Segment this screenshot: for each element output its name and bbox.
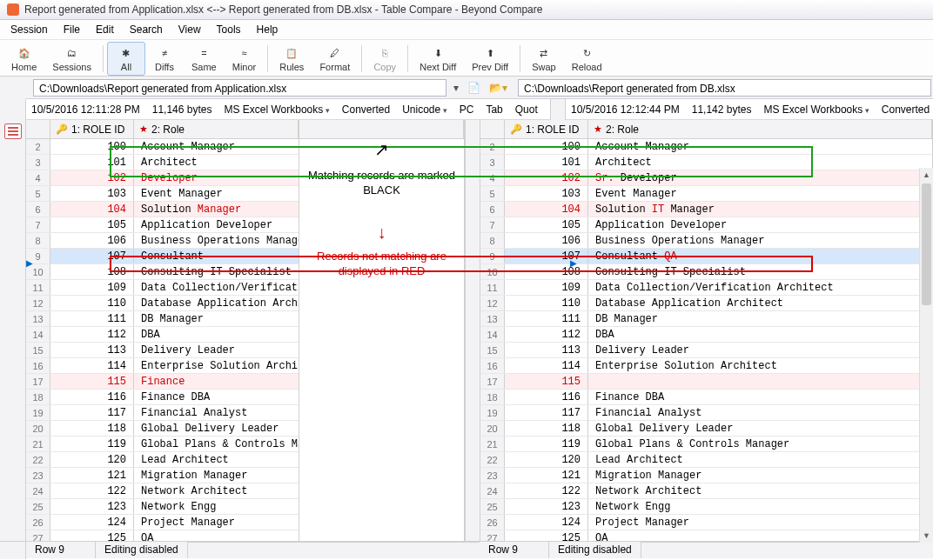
dropdown-icon[interactable]: ▾ (453, 82, 459, 94)
sessions-button[interactable]: 🗂Sessions (44, 42, 99, 76)
table-row[interactable]: 20118Global Delivery Leader (26, 421, 299, 437)
table-row[interactable]: 9107Consultant QA (480, 249, 932, 264)
table-row[interactable]: 3101Architect (480, 155, 932, 170)
menu-session[interactable]: Session (3, 22, 55, 37)
table-row[interactable]: 14112DBA (26, 327, 299, 343)
table-row[interactable]: 11109Data Collection/Verification Archit… (480, 280, 932, 296)
table-row[interactable]: 23121Migration Manager (480, 468, 932, 483)
meta-item[interactable]: Unicode (402, 103, 447, 116)
table-row[interactable]: 5103Event Manager (26, 186, 299, 202)
table-row[interactable]: 12110Database Application Architect (480, 296, 932, 311)
scroll-up-icon[interactable]: ▲ (920, 168, 933, 182)
cell-role: Consulting IT Specialist (588, 264, 932, 279)
table-row[interactable]: 7105Application Developer (26, 217, 299, 233)
reload-button[interactable]: ↻Reload (564, 42, 610, 76)
cell-role: Delivery Leader (134, 343, 299, 357)
home-button[interactable]: 🏠Home (3, 42, 44, 76)
table-row[interactable]: 6104Solution IT Manager (480, 202, 932, 217)
menu-search[interactable]: Search (123, 22, 170, 37)
table-row[interactable]: 24122Network Architect (26, 483, 299, 499)
table-row[interactable]: 10108Consulting IT Specialist (480, 264, 932, 280)
table-row[interactable]: 7105Application Developer (480, 217, 932, 233)
swap-button[interactable]: ⇄Swap (524, 42, 564, 76)
table-row[interactable]: 8106Business Operations Manager (480, 233, 932, 249)
table-row[interactable]: 13111DB Manager (26, 311, 299, 327)
table-row[interactable]: 14112DBA (480, 327, 932, 343)
right-col2-header[interactable]: ★2: Role (588, 120, 932, 138)
left-rows[interactable]: 2100Account Manager3101Architect4102Deve… (26, 139, 299, 541)
table-row[interactable]: 10108Consulting IT Specialist (26, 264, 299, 280)
table-row[interactable]: 2100Account Manager (480, 139, 932, 155)
table-row[interactable]: 17115Finance (26, 374, 299, 390)
table-row[interactable]: 6104Solution Manager (26, 202, 299, 217)
table-row[interactable]: 22120Lead Architect (26, 452, 299, 468)
menu-edit[interactable]: Edit (89, 22, 121, 37)
table-row[interactable]: 2100Account Manager (26, 139, 299, 155)
table-row[interactable]: 19117Financial Analyst (480, 405, 932, 421)
table-row[interactable]: 16114Enterprise Solution Architect (480, 358, 932, 374)
right-col1-header[interactable]: 🔑1: ROLE ID (505, 120, 588, 138)
table-row[interactable]: 19117Financial Analyst (26, 405, 299, 421)
table-row[interactable]: 12110Database Application Architect (26, 296, 299, 311)
table-row[interactable]: 8106Business Operations Manager (26, 233, 299, 249)
rules-button[interactable]: 📋Rules (272, 42, 312, 76)
format-button[interactable]: 🖊Format (312, 42, 358, 76)
table-row[interactable]: 18116Finance DBA (26, 390, 299, 405)
table-row[interactable]: 21119Global Plans & Controls Manager (480, 437, 932, 452)
table-row[interactable]: 26124Project Manager (26, 515, 299, 530)
filter-diffs-button[interactable]: ≠Diffs (145, 42, 184, 76)
session-icon[interactable] (4, 123, 22, 139)
table-row[interactable]: 20118Global Delivery Leader (480, 421, 932, 437)
table-row[interactable]: 3101Architect (26, 155, 299, 170)
scroll-thumb[interactable] (922, 183, 931, 305)
vertical-scrollbar[interactable]: ▲ ▼ (919, 168, 933, 543)
table-row[interactable]: 9107Consultant (26, 249, 299, 264)
copy-button[interactable]: ⎘Copy (366, 42, 404, 76)
table-row[interactable]: 4102Developer (26, 170, 299, 186)
left-hscroll[interactable] (188, 542, 480, 554)
table-row[interactable]: 16114Enterprise Solution Architect (26, 358, 299, 374)
table-row[interactable]: 23121Migration Manager (26, 468, 299, 483)
splitter[interactable] (465, 120, 480, 541)
open-folder-icon[interactable]: 📂▾ (489, 82, 511, 94)
left-col2-header[interactable]: ★2: Role (134, 120, 299, 138)
table-row[interactable]: 25123Network Engg (480, 499, 932, 515)
left-path-input[interactable]: C:\Downloads\Report generated from Appli… (33, 79, 446, 97)
next-diff-button[interactable]: ⬇Next Diff (412, 42, 464, 76)
filter-minor-button[interactable]: ≈Minor (225, 42, 265, 76)
table-row[interactable]: 26124Project Manager (480, 515, 932, 530)
table-row[interactable]: 21119Global Plans & Controls Manager (26, 437, 299, 452)
right-path-input[interactable]: C:\Downloads\Report generated from DB.xl… (518, 79, 931, 97)
right-hscroll[interactable] (641, 542, 933, 554)
table-row[interactable]: 15113Delivery Leader (26, 343, 299, 358)
table-row[interactable]: 17115 (480, 374, 932, 390)
table-row[interactable]: 24122Network Architect (480, 483, 932, 499)
menu-help[interactable]: Help (250, 22, 285, 37)
cell-role-id: 117 (505, 405, 588, 420)
menu-view[interactable]: View (171, 22, 208, 37)
table-row[interactable]: 18116Finance DBA (480, 390, 932, 405)
table-row[interactable]: 13111DB Manager (480, 311, 932, 327)
menu-tools[interactable]: Tools (210, 22, 248, 37)
table-row[interactable]: 5103Event Manager (480, 186, 932, 202)
prev-diff-button[interactable]: ⬆Prev Diff (464, 42, 516, 76)
scroll-down-icon[interactable]: ▼ (920, 529, 933, 543)
meta-item[interactable]: MS Excel Workbooks (224, 103, 329, 116)
table-row[interactable]: 22120Lead Architect (480, 452, 932, 468)
left-rownum-header[interactable] (26, 120, 50, 138)
table-row[interactable]: 15113Delivery Leader (480, 343, 932, 358)
table-row[interactable]: 4102Sr. Developer (480, 170, 932, 186)
right-rows[interactable]: 2100Account Manager3101Architect4102Sr. … (480, 139, 932, 541)
cell-role-id: 107 (50, 249, 134, 263)
menu-file[interactable]: File (57, 22, 87, 37)
right-rownum-header[interactable] (480, 120, 505, 138)
browse-icon[interactable]: 📄 (464, 82, 484, 94)
left-col1-header[interactable]: 🔑1: ROLE ID (50, 120, 134, 138)
table-row[interactable]: 27125QA (480, 530, 932, 541)
table-row[interactable]: 27125QA (26, 530, 299, 541)
table-row[interactable]: 11109Data Collection/Verification Archit… (26, 280, 299, 296)
table-row[interactable]: 25123Network Engg (26, 499, 299, 515)
filter-all-button[interactable]: ✱All (107, 42, 145, 76)
meta-item[interactable]: MS Excel Workbooks (763, 103, 869, 116)
filter-same-button[interactable]: =Same (184, 42, 225, 76)
